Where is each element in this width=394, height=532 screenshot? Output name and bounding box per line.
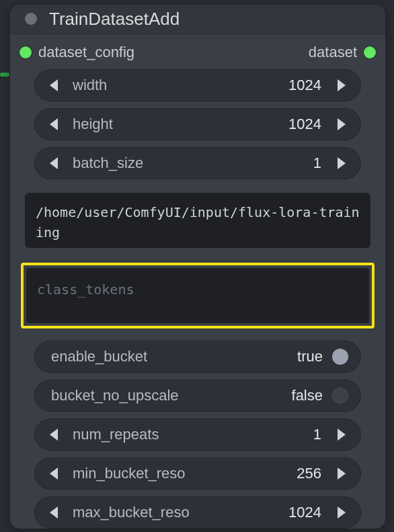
chevron-right-icon [335,157,347,170]
svg-marker-10 [50,506,58,519]
svg-marker-9 [338,468,346,480]
node-train-dataset-add: TrainDatasetAdd dataset_config dataset w… [9,4,386,529]
increment-button[interactable] [331,147,351,179]
incoming-edge [0,73,9,77]
chevron-right-icon [335,118,347,131]
widget-value: 1024 [288,504,325,521]
chevron-left-icon [48,428,61,441]
svg-marker-1 [338,79,346,91]
widget-value: 1024 [288,77,325,94]
chevron-right-icon [335,79,347,92]
svg-marker-7 [338,429,346,441]
upper-widgets: width 1024 height 1024 batch_size 1 [10,68,385,179]
widget-label: height [70,116,283,133]
chevron-right-icon [335,506,347,519]
widget-height[interactable]: height 1024 [34,108,361,140]
svg-marker-2 [50,118,58,130]
lower-widgets: enable_bucket true bucket_no_upscale fal… [10,337,385,529]
widget-width[interactable]: width 1024 [34,69,361,101]
increment-button[interactable] [331,108,351,140]
chevron-left-icon [48,157,61,170]
toggle-thumb-icon[interactable] [332,388,348,404]
toggle-value: false [292,387,323,404]
widget-bucket-no-upscale[interactable]: bucket_no_upscale false [34,380,361,412]
decrement-button[interactable] [44,457,65,490]
widget-min-bucket-reso[interactable]: min_bucket_reso 256 [34,457,361,490]
svg-marker-0 [50,79,58,91]
class-tokens-placeholder: class_tokens [37,281,134,298]
output-slot-label: dataset [309,44,357,61]
chevron-right-icon [335,467,347,480]
svg-marker-6 [50,429,58,441]
collapse-dot-icon[interactable] [25,13,37,25]
node-title: TrainDatasetAdd [49,9,180,30]
svg-marker-3 [338,118,346,130]
increment-button[interactable] [331,69,351,101]
widget-label: num_repeats [70,426,308,443]
widget-value: 256 [297,465,325,482]
decrement-button[interactable] [44,147,65,179]
increment-button[interactable] [331,496,351,529]
widget-batch-size[interactable]: batch_size 1 [34,147,361,179]
input-slot-label: dataset_config [38,44,134,61]
svg-marker-4 [50,157,58,169]
slot-row: dataset_config dataset [10,34,385,68]
widget-max-bucket-reso[interactable]: max_bucket_reso 1024 [34,496,361,529]
slot-dot-icon[interactable] [19,46,32,58]
widget-label: width [70,77,283,94]
widget-label: max_bucket_reso [70,504,283,521]
widget-num-repeats[interactable]: num_repeats 1 [34,418,361,451]
decrement-button[interactable] [44,69,65,101]
toggle-thumb-icon[interactable] [332,349,348,365]
decrement-button[interactable] [44,108,65,140]
output-slot-dataset[interactable]: dataset [309,44,376,61]
slot-dot-icon[interactable] [364,46,376,58]
chevron-left-icon [48,467,61,480]
svg-marker-5 [338,157,346,169]
chevron-left-icon [48,118,61,131]
widget-label: batch_size [70,154,308,172]
svg-marker-8 [50,468,58,480]
widget-value: 1 [313,154,325,172]
widget-label: min_bucket_reso [70,465,291,482]
toggle-value: true [297,348,323,365]
node-header[interactable]: TrainDatasetAdd [10,5,385,34]
chevron-left-icon [48,79,61,92]
input-slot-dataset-config[interactable]: dataset_config [19,44,134,61]
decrement-button[interactable] [44,496,65,529]
increment-button[interactable] [331,457,351,490]
widget-label: enable_bucket [47,348,292,365]
chevron-right-icon [335,428,347,441]
decrement-button[interactable] [44,418,65,451]
widget-enable-bucket[interactable]: enable_bucket true [34,341,361,373]
increment-button[interactable] [331,418,351,451]
widget-value: 1 [313,426,325,443]
widget-label: bucket_no_upscale [47,387,286,404]
class-tokens-highlight: class_tokens [21,263,375,328]
svg-marker-11 [338,506,346,519]
class-tokens-field[interactable]: class_tokens [26,268,369,323]
chevron-left-icon [48,506,61,519]
widget-value: 1024 [288,116,325,133]
dataset-path-field[interactable]: /home/user/ComfyUI/input/flux-lora-train… [25,193,370,248]
